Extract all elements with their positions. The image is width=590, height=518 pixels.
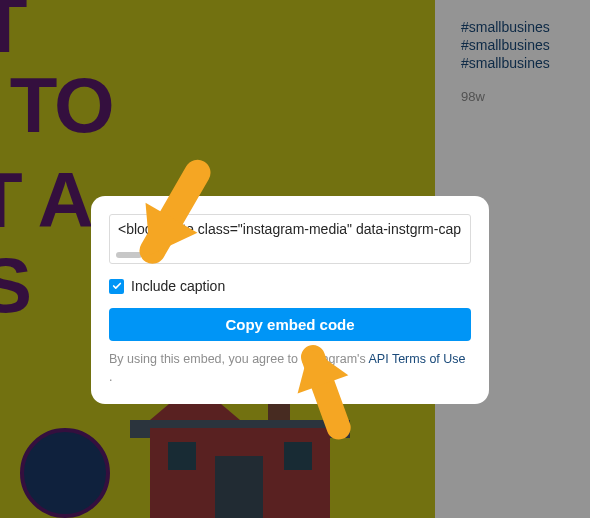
include-caption-label: Include caption bbox=[131, 278, 225, 294]
include-caption-row[interactable]: Include caption bbox=[109, 278, 471, 294]
horizontal-scrollbar-thumb[interactable] bbox=[116, 252, 142, 258]
api-terms-link[interactable]: API Terms of Use bbox=[368, 352, 465, 366]
embed-modal: <blockquote class="instagram-media" data… bbox=[91, 196, 489, 404]
include-caption-checkbox[interactable] bbox=[109, 279, 124, 294]
embed-code-textarea[interactable]: <blockquote class="instagram-media" data… bbox=[109, 214, 471, 264]
copy-embed-button[interactable]: Copy embed code bbox=[109, 308, 471, 341]
embed-code-text: <blockquote class="instagram-media" data… bbox=[118, 221, 462, 237]
legal-text: By using this embed, you agree to Instag… bbox=[109, 351, 471, 386]
check-icon bbox=[112, 281, 122, 291]
